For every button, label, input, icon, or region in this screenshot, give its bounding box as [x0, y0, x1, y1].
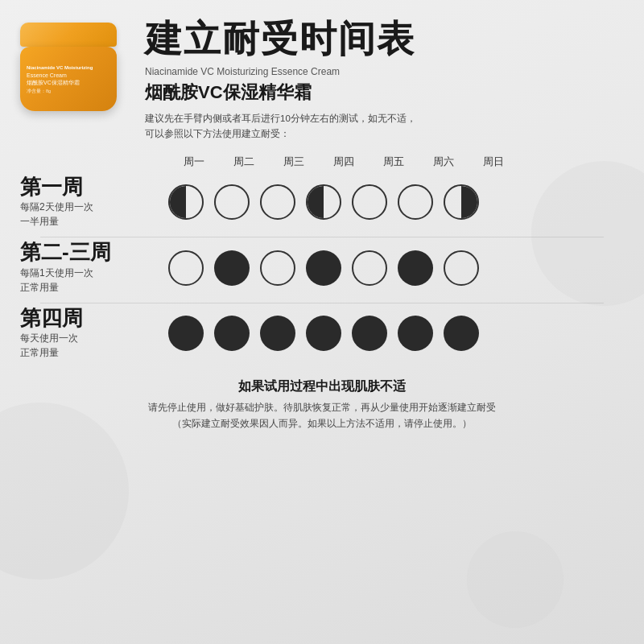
circle-empty-3: [352, 184, 387, 220]
week-2-circle-3: [257, 247, 299, 289]
week-2-circle-6: [394, 247, 436, 289]
week-1-title: 第一周: [20, 175, 165, 199]
circle-empty-1: [214, 184, 250, 220]
divider-2: [40, 303, 604, 303]
week-2-info: 第二-三周 每隔1天使用一次 正常用量: [20, 241, 165, 295]
week-4-title: 第四周: [20, 307, 165, 330]
jar-name-en: Essence Cream: [27, 72, 67, 78]
week-2-circle-5: [349, 247, 390, 289]
week-4-desc-1: 每天使用一次: [20, 332, 78, 344]
circle-empty-6: [260, 250, 295, 286]
circle-half-left-2: [306, 184, 341, 220]
day-mon: 周一: [169, 155, 219, 169]
deco-circle-3: [467, 531, 564, 628]
product-name-en: Niacinamide VC Moisturizing Essence Crea…: [145, 66, 628, 77]
day-thu: 周四: [319, 155, 369, 169]
circle-full-8: [352, 316, 387, 351]
jar-lid: [20, 23, 117, 47]
week-4-circle-6: [394, 312, 436, 354]
title-section: 建立耐受时间表 Niacinamide VC Moisturizing Esse…: [145, 14, 628, 142]
week-2-circle-1: [165, 247, 207, 289]
week-2-desc: 每隔1天使用一次 正常用量: [20, 266, 165, 295]
circle-empty-4: [398, 184, 433, 220]
product-name-cn: 烟酰胺VC保湿精华霜: [145, 80, 628, 105]
week-4-desc-2: 正常用量: [20, 347, 59, 358]
week-2-desc-2: 正常用量: [20, 282, 59, 293]
day-tue: 周二: [219, 155, 269, 169]
warning-title: 如果试用过程中出现肌肤不适: [16, 378, 628, 395]
circle-half-left-1: [168, 184, 204, 220]
week-4-circle-1: [165, 312, 207, 354]
circle-empty-8: [444, 250, 479, 286]
week-1-circle-6: [394, 181, 436, 223]
circle-full-9: [398, 316, 433, 351]
product-jar: Niacinamide VC Moisturizing Essence Crea…: [16, 23, 121, 111]
circle-full-6: [260, 316, 295, 351]
jar-label-text: Niacinamide VC Moisturizing Essence Crea…: [27, 64, 93, 86]
week-1-circle-7: [440, 181, 482, 223]
week-1-desc-2: 一半用量: [20, 216, 59, 227]
jar-body: Niacinamide VC Moisturizing Essence Crea…: [20, 47, 117, 111]
week-2-title: 第二-三周: [20, 241, 165, 264]
jar-name-cn: 烟酰胺VC保湿精华霜: [27, 80, 80, 85]
week-4-circle-5: [349, 312, 390, 354]
circle-full-5: [214, 316, 250, 351]
week-1-desc: 每隔2天使用一次 一半用量: [20, 200, 165, 229]
circle-full-1: [214, 250, 250, 286]
week-1-circle-3: [257, 181, 299, 223]
week-1-circle-4: [303, 181, 345, 223]
circle-full-3: [398, 250, 433, 286]
main-title: 建立耐受时间表: [145, 19, 628, 60]
description-text: 建议先在手臂内侧或者耳后进行10分钟左右的测试，如无不适，可以参照以下方法使用建…: [145, 111, 499, 142]
week-4-desc: 每天使用一次 正常用量: [20, 331, 165, 360]
warning-text: 请先停止使用，做好基础护肤。待肌肤恢复正常，再从少量使用开始逐渐建立耐受 （实际…: [16, 400, 628, 431]
week-4-circle-4: [303, 312, 345, 354]
week-2-circle-4: [303, 247, 345, 289]
week-1-circles: [165, 181, 482, 223]
week-1-circle-2: [211, 181, 253, 223]
week-2-circle-7: [440, 247, 482, 289]
header-section: Niacinamide VC Moisturizing Essence Crea…: [0, 0, 644, 151]
week-2-desc-1: 每隔1天使用一次: [20, 267, 93, 279]
product-image-area: Niacinamide VC Moisturizing Essence Crea…: [16, 14, 129, 127]
week-1-circle-5: [349, 181, 390, 223]
day-sun: 周日: [469, 155, 518, 169]
week-4-info: 第四周 每天使用一次 正常用量: [20, 307, 165, 361]
day-wed: 周三: [269, 155, 319, 169]
days-header: 周一 周二 周三 周四 周五 周六 周日: [20, 155, 624, 169]
jar-brand: Niacinamide VC Moisturizing: [27, 65, 93, 70]
circle-full-2: [306, 250, 341, 286]
week-4-circles: [165, 312, 482, 354]
week-1-circle-1: [165, 181, 207, 223]
jar-net-weight: 净含量：8g: [27, 89, 51, 94]
circle-empty-2: [260, 184, 295, 220]
circle-half-right-1: [444, 184, 479, 220]
circle-full-4: [168, 316, 204, 351]
week-2-circles: [165, 247, 482, 289]
week-2-circle-2: [211, 247, 253, 289]
week-1-desc-1: 每隔2天使用一次: [20, 201, 93, 213]
day-fri: 周五: [369, 155, 419, 169]
week-4-row: 第四周 每天使用一次 正常用量: [20, 307, 624, 361]
day-sat: 周六: [419, 155, 469, 169]
week-1-info: 第一周 每隔2天使用一次 一半用量: [20, 175, 165, 229]
circle-full-7: [306, 316, 341, 351]
week-4-circle-7: [440, 312, 482, 354]
circle-full-10: [444, 316, 479, 351]
week-4-circle-2: [211, 312, 253, 354]
circle-empty-7: [352, 250, 387, 286]
week-4-circle-3: [257, 312, 299, 354]
circle-empty-5: [168, 250, 204, 286]
divider-1: [40, 237, 604, 237]
page: Niacinamide VC Moisturizing Essence Crea…: [0, 0, 644, 644]
